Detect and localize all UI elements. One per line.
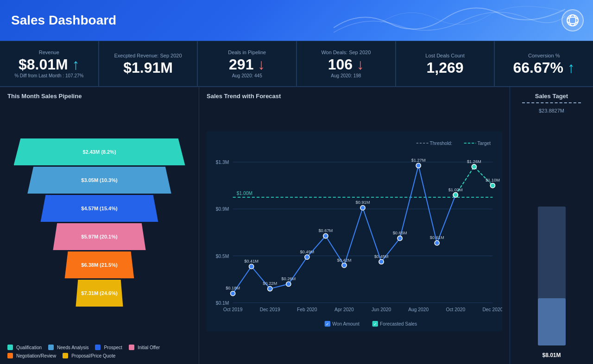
legend-label-4: Negotiation/Review — [16, 353, 56, 358]
legend-color-1 — [48, 345, 54, 350]
svg-text:✓: ✓ — [326, 322, 329, 326]
svg-point-26 — [305, 255, 309, 259]
svg-text:Dec 2019: Dec 2019 — [260, 307, 280, 312]
svg-text:$0.18M: $0.18M — [226, 286, 240, 290]
kpi-won-sub: Aug 2020: 198 — [304, 73, 388, 78]
chart-panel: Sales Trend with Forecast $0.1M$0.5M$0.9… — [199, 87, 510, 364]
header-logo — [561, 9, 584, 31]
kpi-won-label: Won Deals: Sep 2020 — [304, 50, 388, 55]
logo-icon — [566, 14, 579, 27]
svg-text:Dec 2020: Dec 2020 — [482, 307, 502, 312]
legend-color-5 — [63, 353, 68, 358]
svg-point-32 — [360, 206, 365, 210]
legend-item-0: Qualification — [7, 345, 42, 350]
svg-text:$0.49M: $0.49M — [300, 250, 314, 254]
svg-point-22 — [268, 286, 272, 291]
kpi-conversion-label: Conversion % — [502, 53, 586, 58]
svg-point-34 — [379, 259, 384, 264]
funnel-level-2: $3.05M (10.3%) — [25, 167, 174, 194]
svg-text:$0.61M: $0.61M — [430, 235, 444, 240]
svg-text:$0.65M: $0.65M — [393, 231, 407, 235]
kpi-won-deals: Won Deals: Sep 2020 106 ↓ Aug 2020: 198 — [296, 41, 396, 87]
svg-point-20 — [249, 264, 254, 269]
svg-point-40 — [435, 241, 439, 245]
funnel-piece-3: $4.57M (15.4%) — [37, 195, 162, 222]
svg-text:Target: Target — [477, 141, 491, 146]
legend-item-4: Negotiation/Review — [7, 353, 56, 358]
kpi-lost-label: Lost Deals Count — [404, 53, 487, 58]
kpi-row: Revenue $8.01M ↑ % Diff from Last Month … — [0, 41, 593, 87]
svg-text:$0.91M: $0.91M — [356, 200, 370, 205]
legend-item-5: Proposal/Price Quote — [63, 353, 115, 358]
funnel-piece-2: $3.05M (10.3%) — [25, 167, 174, 194]
svg-text:$1.26M: $1.26M — [467, 159, 481, 164]
header: Sales Dashboard — [0, 0, 593, 41]
funnel-level-4: $5.97M (20.1%) — [49, 223, 151, 250]
kpi-lost-deals: Lost Deals Count 1,269 — [396, 41, 495, 87]
svg-point-0 — [567, 15, 578, 26]
legend-label-1: Needs Analysis — [57, 345, 88, 350]
svg-point-30 — [342, 263, 347, 268]
funnel-title: This Month Sales Pipeline — [7, 93, 191, 100]
svg-text:$0.5M: $0.5M — [216, 254, 229, 259]
svg-text:$1.27M: $1.27M — [411, 158, 426, 163]
svg-text:✓: ✓ — [373, 322, 377, 326]
svg-point-2 — [567, 17, 578, 24]
kpi-won-value: 106 ↓ — [304, 57, 388, 72]
svg-point-28 — [323, 233, 328, 238]
funnel-piece-6: $7.31M (24.6%) — [72, 280, 127, 307]
svg-text:Aug 2020: Aug 2020 — [408, 307, 429, 312]
svg-text:Oct 2020: Oct 2020 — [446, 307, 465, 312]
svg-text:Won Amount: Won Amount — [332, 321, 360, 326]
kpi-deals-pipeline: Deals in Pipeline 291 ↓ Aug 2020: 445 — [197, 41, 296, 87]
legend-label-0: Qualification — [16, 345, 42, 350]
target-line — [522, 102, 581, 103]
svg-text:Threshold:: Threshold: — [430, 141, 453, 146]
funnel-container: $2.43M (8.2%)$3.05M (10.3%)$4.57M (15.4%… — [7, 104, 191, 341]
svg-text:Jun 2020: Jun 2020 — [372, 307, 391, 312]
kpi-lost-value: 1,269 — [404, 60, 487, 75]
header-wave — [334, 0, 565, 41]
target-bar-svg — [524, 202, 580, 350]
funnel-level-6: $7.31M (24.6%) — [72, 280, 127, 307]
svg-point-1 — [569, 15, 576, 26]
svg-text:$0.41M: $0.41M — [244, 259, 259, 264]
legend-item-1: Needs Analysis — [48, 345, 88, 350]
target-title: Sales Taget — [535, 93, 568, 100]
kpi-expected-revenue: Execpted Revenue: Sep 2020 $1.91M — [99, 41, 198, 87]
svg-text:Forecasted Sales: Forecasted Sales — [380, 321, 417, 326]
legend-item-3: Initial Offer — [129, 345, 160, 350]
legend-label-5: Proposal/Price Quote — [71, 353, 115, 358]
svg-text:$0.26M: $0.26M — [281, 276, 296, 281]
legend-color-0 — [7, 345, 13, 350]
kpi-revenue-sub: % Diff from Last Month : 107.27% — [7, 73, 91, 78]
svg-rect-3 — [207, 131, 502, 331]
target-panel: Sales Taget $23.8827M $8.01M — [510, 87, 593, 364]
svg-point-47 — [490, 183, 495, 188]
funnel-level-5: $6.38M (21.5%) — [60, 251, 139, 278]
legend-label-3: Initial Offer — [138, 345, 160, 350]
svg-text:$1.02M: $1.02M — [448, 188, 463, 192]
svg-text:$0.22M: $0.22M — [263, 281, 277, 286]
funnel-level-1: $2.43M (8.2%) — [14, 138, 185, 165]
legend-color-2 — [95, 345, 101, 350]
svg-text:$0.9M: $0.9M — [216, 207, 229, 212]
page-title: Sales Dashboard — [11, 13, 116, 28]
main-content: This Month Sales Pipeline $2.43M (8.2%)$… — [0, 87, 593, 364]
kpi-pipeline-value: 291 ↓ — [205, 57, 289, 72]
svg-text:$1.00M: $1.00M — [237, 191, 252, 196]
legend-color-3 — [129, 345, 134, 350]
svg-text:$1.10M: $1.10M — [486, 178, 500, 182]
funnel-legend: QualificationNeeds AnalysisProspectIniti… — [7, 345, 191, 358]
target-bar-chart — [515, 117, 588, 350]
svg-text:$1.3M: $1.3M — [216, 160, 229, 165]
funnel-level-3: $4.57M (15.4%) — [37, 195, 162, 222]
funnel-piece-1: $2.43M (8.2%) — [14, 138, 185, 165]
target-bar-label: $8.01M — [542, 352, 561, 358]
svg-text:$0.67M: $0.67M — [318, 228, 333, 233]
svg-text:$0.1M: $0.1M — [216, 301, 229, 306]
funnel-piece-4: $5.97M (20.1%) — [49, 223, 151, 250]
svg-point-38 — [416, 163, 421, 168]
kpi-revenue-value: $8.01M ↑ — [7, 57, 91, 72]
svg-point-45 — [472, 164, 476, 169]
